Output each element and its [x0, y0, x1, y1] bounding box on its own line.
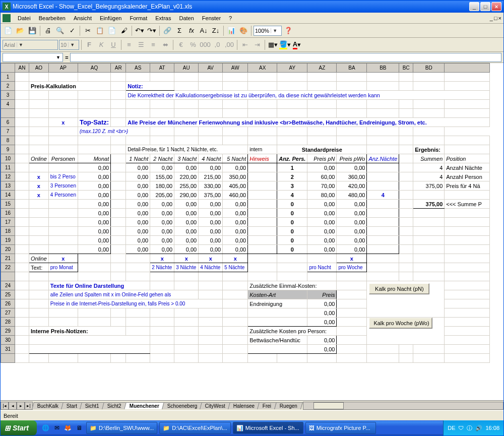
sort-desc-icon[interactable]: Z↓ [210, 25, 221, 36]
menu-ansicht[interactable]: Ansicht [70, 14, 96, 22]
firefox-icon[interactable]: 🦊 [63, 423, 73, 433]
copy-icon[interactable]: 📋 [94, 25, 105, 36]
tray-icon[interactable]: 🛡 [458, 425, 464, 431]
titlebar[interactable]: X Microsoft Excel - Show_Excel_Belegungs… [1, 1, 503, 13]
sheet-tab[interactable]: Muenchener [124, 402, 165, 409]
mail-icon[interactable]: ✉ [52, 423, 62, 433]
colh[interactable]: BB [367, 64, 399, 73]
autosum-icon[interactable]: Σ [174, 25, 185, 36]
colh[interactable]: AS [126, 64, 150, 73]
task-item[interactable]: 📁 D:\AC\Excel\ExPlan\... [159, 422, 230, 434]
dec-indent-icon[interactable]: ⇤ [239, 39, 250, 50]
menu-einfuegen[interactable]: Einfügen [96, 14, 125, 22]
colh[interactable]: AZ [307, 64, 337, 73]
menu-daten[interactable]: Daten [175, 14, 198, 22]
tab-first-icon[interactable]: |◂ [1, 402, 9, 410]
sheet-tab[interactable]: Sicht1 [80, 402, 105, 409]
colh[interactable] [445, 64, 490, 73]
minimize-button[interactable]: _ [469, 2, 479, 11]
colh[interactable]: AO [29, 64, 49, 73]
task-item[interactable]: 🖼 Micrografx Picture P... [305, 422, 376, 434]
row[interactable]: 310,00 [1, 345, 490, 354]
sheet-tab[interactable]: Ruegen [274, 402, 303, 409]
menu-datei[interactable]: Datei [14, 14, 35, 22]
bold-icon[interactable]: F [84, 39, 95, 50]
chart-icon[interactable]: 📊 [226, 25, 237, 36]
colh[interactable]: AR [111, 64, 126, 73]
font-combo[interactable]: Arial▼ [3, 40, 58, 50]
inc-decimal-icon[interactable]: ,0 [212, 39, 223, 50]
lang-indicator[interactable]: DE [448, 425, 455, 431]
data-row[interactable]: 18 0,00 0,000,000,000,000,00 00,000,00 [1, 227, 490, 236]
print-icon[interactable]: 🖨 [42, 25, 53, 36]
maximize-button[interactable]: □ [480, 2, 490, 11]
row[interactable]: 21 Online x x x x x x [1, 254, 490, 263]
sheet-tab[interactable]: Sicht2 [102, 402, 127, 409]
row[interactable] [1, 354, 490, 363]
open-icon[interactable]: 📂 [15, 25, 26, 36]
data-row[interactable]: 12 x bis 2 Perso 0,00 0,00155,00220,0021… [1, 172, 490, 181]
colh[interactable]: AY [277, 64, 307, 73]
start-button[interactable]: ⊞Start [1, 420, 37, 435]
tab-prev-icon[interactable]: ◂ [9, 402, 17, 410]
save-icon[interactable]: 💾 [27, 25, 38, 36]
doc-restore[interactable]: □ [494, 15, 497, 21]
dec-decimal-icon[interactable]: ,00 [224, 39, 235, 50]
menu-bearbeiten[interactable]: Bearbeiten [35, 14, 70, 22]
formula-input[interactable] [70, 53, 501, 62]
align-right-icon[interactable]: ≡ [148, 39, 159, 50]
data-row[interactable]: 20 0,00 0,000,000,000,000,00 00,000,00 [1, 245, 490, 254]
sort-asc-icon[interactable]: A↓ [198, 25, 209, 36]
kalk-nacht-button[interactable]: Kalk pro Nacht (pN) [369, 283, 429, 294]
format-painter-icon[interactable]: 🖌 [118, 25, 130, 36]
new-icon[interactable]: 📄 [3, 25, 14, 36]
colh[interactable]: AQ [78, 64, 110, 73]
menu-format[interactable]: Format [125, 14, 151, 22]
sheet-tab[interactable]: BuchKalk [32, 402, 64, 409]
cut-icon[interactable]: ✂ [82, 25, 93, 36]
redo-icon[interactable]: ↷▾ [146, 25, 157, 36]
kalk-woche-button[interactable]: Kalk pro Woche (pWo) [369, 318, 432, 329]
zoom-combo[interactable]: 100%▼ [254, 26, 282, 36]
doc-minimize[interactable]: _ [490, 15, 493, 21]
row[interactable]: 280,00 Kalk pro Woche (pWo) [1, 318, 490, 327]
row-header[interactable]: 10 Online Personen Monat 1 Nacht 2 Nacht… [1, 154, 490, 163]
print-preview-icon[interactable]: 🔍 [54, 25, 66, 36]
row[interactable]: 22 Text: pro Monat 2 Nächte 3 Nächte 4 N… [1, 263, 490, 272]
desktop-icon[interactable]: 🖥 [74, 423, 84, 433]
colh[interactable]: AW [223, 64, 248, 73]
data-row[interactable]: 15 0,00 0,000,000,000,000,00 00,000,00 3… [1, 200, 490, 209]
colh[interactable]: AV [199, 64, 223, 73]
sheet-tab[interactable]: Schoeneberg [162, 402, 203, 409]
sheet-tab[interactable]: CityWest [200, 402, 231, 409]
tray-icon[interactable]: ⓘ [467, 424, 472, 432]
currency-icon[interactable]: € [175, 39, 186, 50]
spreadsheet-grid[interactable]: AN AO AP AQ AR AS AT AU AV AW AX AY AZ B… [1, 63, 503, 400]
ie-icon[interactable]: 🌐 [41, 423, 51, 433]
task-item[interactable]: 📁 D:\Berlin_SWU\www... [86, 422, 157, 434]
paste-icon[interactable]: 📄 [106, 25, 117, 36]
data-row[interactable]: 19 0,00 0,000,000,000,000,00 00,000,00 [1, 236, 490, 245]
menu-help[interactable]: ? [225, 14, 236, 22]
font-color-icon[interactable]: A▾ [291, 39, 302, 50]
select-all[interactable] [1, 64, 15, 73]
row[interactable]: 9Detail-Preise, für 1 Nacht, 2 Nächte, e… [1, 145, 490, 154]
italic-icon[interactable]: K [96, 39, 107, 50]
colh[interactable]: AN [15, 64, 29, 73]
row[interactable]: 2Preis-KalkulationNotiz: [1, 82, 490, 91]
row[interactable] [1, 109, 490, 118]
row[interactable]: 6xTop-Satz:Alle Preise der Münchener Fer… [1, 118, 490, 127]
doc-icon[interactable] [3, 14, 11, 22]
percent-icon[interactable]: % [187, 39, 199, 50]
task-item[interactable]: 📊 Microsoft Excel - Sh... [233, 422, 303, 434]
colh[interactable]: BD [413, 64, 445, 73]
system-tray[interactable]: DE 🛡 ⓘ 🔊 16:08 [443, 420, 503, 435]
colh[interactable]: BA [337, 64, 367, 73]
colh[interactable]: BC [399, 64, 413, 73]
colh[interactable]: AP [48, 64, 78, 73]
row[interactable]: 4 [1, 100, 490, 109]
drawing-icon[interactable]: 🎨 [238, 25, 249, 36]
row[interactable]: 1 [1, 73, 490, 82]
tab-next-icon[interactable]: ▸ [17, 402, 25, 410]
data-row[interactable]: 14 x 4 Personen 0,00 0,00205,00290,00375… [1, 191, 490, 200]
